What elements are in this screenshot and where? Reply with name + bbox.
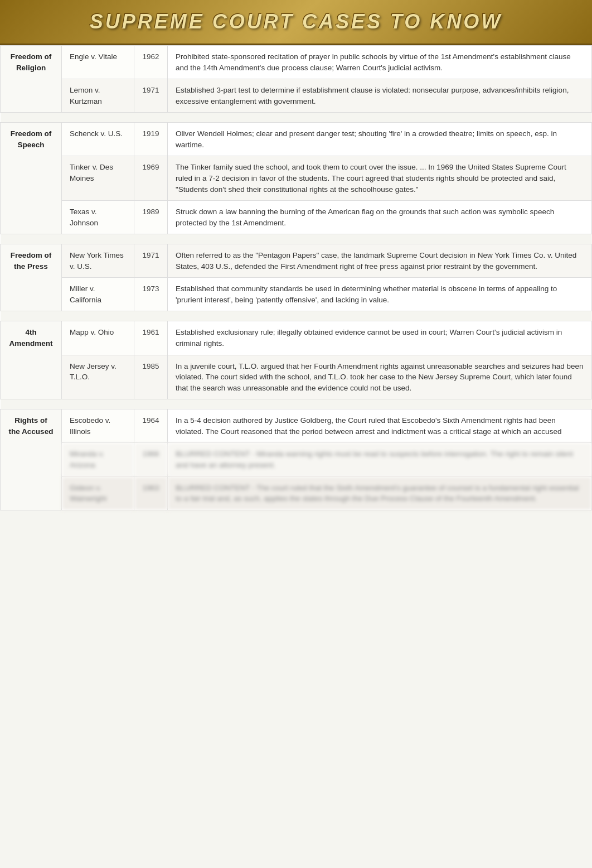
case-year: 1919	[134, 123, 168, 156]
case-name: Texas v. Johnson	[62, 201, 134, 234]
case-description: BLURRED CONTENT - The court ruled that t…	[168, 476, 592, 510]
case-description: Established that community standards be …	[168, 278, 592, 311]
case-description: BLURRED CONTENT - Miranda warning rights…	[168, 443, 592, 476]
case-name: Lemon v. Kurtzman	[62, 79, 134, 113]
case-description: In a juvenile court, T.L.O. argued that …	[168, 355, 592, 399]
case-year: 1989	[134, 201, 168, 234]
cases-table: Freedom of Religion Engle v. Vitale 1962…	[0, 45, 592, 510]
case-year: 1971	[134, 244, 168, 278]
case-name: Miller v. California	[62, 278, 134, 311]
case-description: Often referred to as the "Pentagon Paper…	[168, 244, 592, 278]
case-description: Established exclusionary rule; illegally…	[168, 321, 592, 355]
case-description: The Tinker family sued the school, and t…	[168, 156, 592, 201]
page-header: Supreme Court Cases to Know	[0, 0, 592, 45]
case-year: 1973	[134, 278, 168, 311]
case-name: Tinker v. Des Moines	[62, 156, 134, 201]
category-cell: Freedom of the Press	[1, 244, 62, 311]
case-name: New York Times v. U.S.	[62, 244, 134, 278]
case-year: 1963	[134, 476, 168, 510]
case-description: Struck down a law banning the burning of…	[168, 201, 592, 234]
case-name: Gideon v. Wainwright	[62, 476, 134, 510]
case-name: Mapp v. Ohio	[62, 321, 134, 355]
case-description: Established 3-part test to determine if …	[168, 79, 592, 113]
case-description: In a 5-4 decision authored by Justice Go…	[168, 409, 592, 443]
page-title: Supreme Court Cases to Know	[13, 10, 579, 33]
case-year: 1969	[134, 156, 168, 201]
case-name: Schenck v. U.S.	[62, 123, 134, 156]
case-year: 1964	[134, 409, 168, 443]
category-cell: 4th Amendment	[1, 321, 62, 399]
case-name: Engle v. Vitale	[62, 46, 134, 79]
case-year: 1961	[134, 321, 168, 355]
category-cell: Rights of the Accused	[1, 409, 62, 510]
case-name: Miranda v. Arizona	[62, 443, 134, 476]
case-year: 1985	[134, 355, 168, 399]
case-name: New Jersey v. T.L.O.	[62, 355, 134, 399]
category-cell: Freedom of Religion	[1, 46, 62, 113]
case-year: 1971	[134, 79, 168, 113]
case-description: Oliver Wendell Holmes; clear and present…	[168, 123, 592, 156]
case-year: 1962	[134, 46, 168, 79]
case-description: Prohibited state-sponsored recitation of…	[168, 46, 592, 79]
category-cell: Freedom of Speech	[1, 123, 62, 234]
case-year: 1966	[134, 443, 168, 476]
case-name: Escobedo v. Illinois	[62, 409, 134, 443]
